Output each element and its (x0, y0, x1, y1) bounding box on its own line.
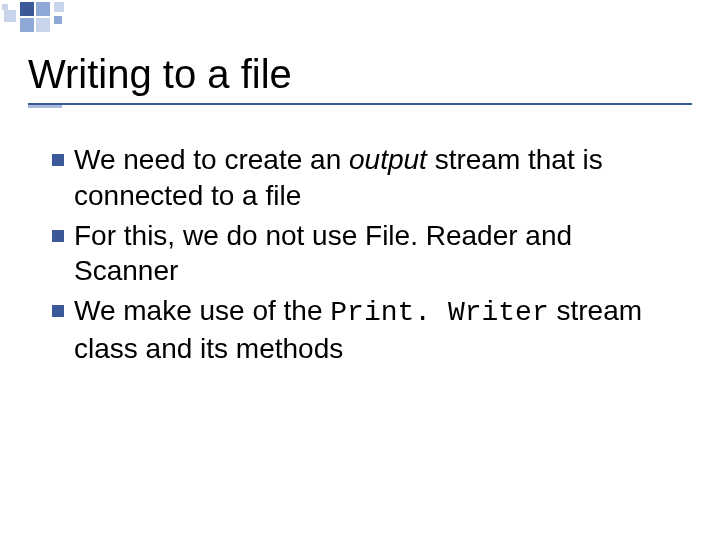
bullet-text: We need to create an output stream that … (74, 142, 680, 214)
slide-body: We need to create an output stream that … (52, 142, 680, 371)
title-container: Writing to a file (28, 52, 692, 105)
bullet-square-icon (52, 230, 64, 242)
list-item: We need to create an output stream that … (52, 142, 680, 214)
list-item: We make use of the Print. Writer stream … (52, 293, 680, 367)
text-emphasis: output (349, 144, 427, 175)
bullet-square-icon (52, 154, 64, 166)
list-item: For this, we do not use File. Reader and… (52, 218, 680, 290)
text-fragment: We need to create an (74, 144, 349, 175)
text-code: Print. Writer (330, 297, 548, 328)
bullet-square-icon (52, 305, 64, 317)
bullet-text: For this, we do not use File. Reader and… (74, 218, 680, 290)
text-fragment: For this, we do not use File. Reader and… (74, 220, 572, 287)
slide-title: Writing to a file (28, 52, 692, 105)
bullet-text: We make use of the Print. Writer stream … (74, 293, 680, 367)
title-accent (28, 105, 62, 108)
text-fragment: We make use of the (74, 295, 330, 326)
corner-decoration (2, 2, 142, 32)
